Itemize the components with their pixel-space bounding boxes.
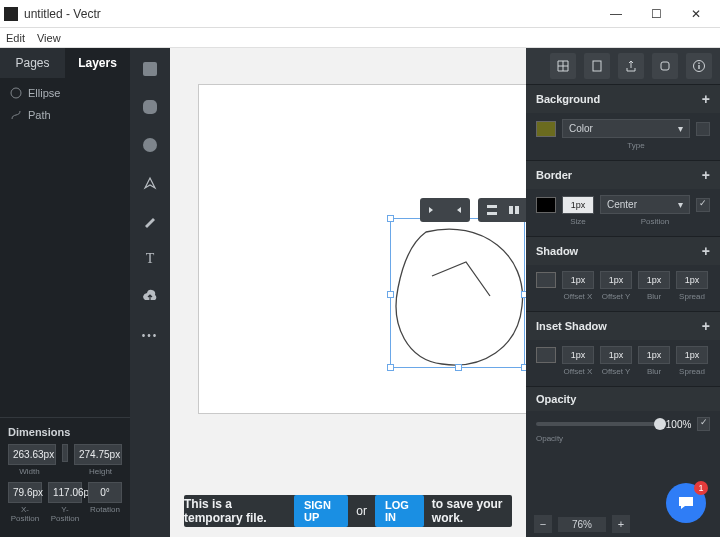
tab-pages[interactable]: Pages xyxy=(0,48,65,78)
tool-ellipse[interactable] xyxy=(139,134,161,156)
border-size-label: Size xyxy=(562,217,594,226)
inset-offset-y-input[interactable]: 1px xyxy=(600,346,632,364)
opacity-slider[interactable] xyxy=(536,422,660,426)
opacity-label: Opacity xyxy=(536,434,563,443)
shadow-blur-input[interactable]: 1px xyxy=(638,271,670,289)
layer-name: Ellipse xyxy=(28,87,60,99)
dimensions-heading: Dimensions xyxy=(8,426,122,438)
window-maximize-button[interactable]: ☐ xyxy=(636,1,676,27)
info-icon[interactable] xyxy=(686,53,712,79)
tool-rounded-rectangle[interactable] xyxy=(139,96,161,118)
x-position-input[interactable]: 79.6px xyxy=(8,482,42,503)
height-input[interactable]: 274.75px xyxy=(74,444,122,465)
section-inset-shadow: Inset Shadow + 1px 1px 1px 1px Offset X … xyxy=(526,311,720,386)
tool-rectangle[interactable] xyxy=(139,58,161,80)
chat-button[interactable]: 1 xyxy=(666,483,706,523)
app-icon xyxy=(4,7,18,21)
border-swatch[interactable] xyxy=(536,197,556,213)
selection-handle-w[interactable] xyxy=(387,291,394,298)
selection-handle-e[interactable] xyxy=(521,291,526,298)
shadow-add-icon[interactable]: + xyxy=(702,243,710,259)
inset-label-spread: Spread xyxy=(676,367,708,376)
window-minimize-button[interactable]: — xyxy=(596,1,636,27)
selection-handle-se[interactable] xyxy=(521,364,526,371)
inset-shadow-add-icon[interactable]: + xyxy=(702,318,710,334)
right-panel: Background + Color▾ Type Border + 1 xyxy=(526,48,720,537)
ctx-arrange-icon[interactable] xyxy=(484,202,500,218)
zoom-value[interactable]: 76% xyxy=(558,517,606,532)
section-opacity: Opacity 100% Opacity xyxy=(526,386,720,453)
banner-text-post: to save your work. xyxy=(432,497,512,525)
ctx-align-icon[interactable] xyxy=(506,202,522,218)
y-position-input[interactable]: 117.06px xyxy=(48,482,82,503)
background-enable-checkbox[interactable] xyxy=(696,122,710,136)
border-enable-checkbox[interactable] xyxy=(696,198,710,212)
layer-ellipse-icon xyxy=(10,87,22,99)
rotation-input[interactable]: 0° xyxy=(88,482,122,503)
zoom-in-button[interactable]: + xyxy=(612,515,630,533)
svg-rect-6 xyxy=(509,206,513,214)
layer-item[interactable]: Path xyxy=(0,104,130,126)
layer-path-icon xyxy=(10,109,22,121)
tool-more[interactable]: ••• xyxy=(139,324,161,346)
pages-icon[interactable] xyxy=(584,53,610,79)
opacity-enable-checkbox[interactable] xyxy=(697,417,710,431)
svg-rect-8 xyxy=(593,61,601,71)
y-label: Y-Position xyxy=(48,505,82,523)
border-add-icon[interactable]: + xyxy=(702,167,710,183)
menu-bar: Edit View xyxy=(0,28,720,48)
shadow-offset-y-input[interactable]: 1px xyxy=(600,271,632,289)
window-close-button[interactable]: ✕ xyxy=(676,1,716,27)
background-type-label: Type xyxy=(562,141,710,150)
opacity-value: 100% xyxy=(666,419,692,430)
shadow-swatch[interactable] xyxy=(536,272,556,288)
svg-rect-2 xyxy=(143,100,157,114)
canvas-area[interactable]: This is a temporary file. SIGN UP or LOG… xyxy=(170,48,526,537)
background-swatch[interactable] xyxy=(536,121,556,137)
border-position-select[interactable]: Center▾ xyxy=(600,195,690,214)
inset-blur-input[interactable]: 1px xyxy=(638,346,670,364)
tool-upload[interactable] xyxy=(139,286,161,308)
left-tabs: Pages Layers xyxy=(0,48,130,78)
export-icon[interactable] xyxy=(618,53,644,79)
shadow-label-oy: Offset Y xyxy=(600,292,632,301)
shadow-title: Shadow xyxy=(536,245,578,257)
tool-text[interactable]: T xyxy=(139,248,161,270)
shadow-label-blur: Blur xyxy=(638,292,670,301)
ctx-flip-horizontal-icon[interactable] xyxy=(426,202,442,218)
grid-icon[interactable] xyxy=(550,53,576,79)
link-icon[interactable] xyxy=(652,53,678,79)
selection-bbox[interactable] xyxy=(390,218,525,368)
width-input[interactable]: 263.63px xyxy=(8,444,56,465)
shadow-spread-input[interactable]: 1px xyxy=(676,271,708,289)
layer-item[interactable]: Ellipse xyxy=(0,82,130,104)
inset-offset-x-input[interactable]: 1px xyxy=(562,346,594,364)
selection-handle-nw[interactable] xyxy=(387,215,394,222)
tab-layers[interactable]: Layers xyxy=(65,48,130,78)
background-type-select[interactable]: Color▾ xyxy=(562,119,690,138)
inset-shadow-swatch[interactable] xyxy=(536,347,556,363)
svg-point-0 xyxy=(11,88,21,98)
svg-rect-7 xyxy=(515,206,519,214)
inset-spread-input[interactable]: 1px xyxy=(676,346,708,364)
ctx-flip-vertical-icon[interactable] xyxy=(448,202,464,218)
border-title: Border xyxy=(536,169,572,181)
menu-view[interactable]: View xyxy=(37,32,61,44)
menu-edit[interactable]: Edit xyxy=(6,32,25,44)
signup-button[interactable]: SIGN UP xyxy=(294,495,348,527)
zoom-out-button[interactable]: − xyxy=(534,515,552,533)
left-panel: Pages Layers Ellipse Path Dimensions 263… xyxy=(0,48,130,537)
opacity-title: Opacity xyxy=(536,393,576,405)
background-add-icon[interactable]: + xyxy=(702,91,710,107)
window-title: untitled - Vectr xyxy=(24,7,596,21)
selection-handle-sw[interactable] xyxy=(387,364,394,371)
selection-handle-s[interactable] xyxy=(455,364,462,371)
tool-pencil[interactable] xyxy=(139,210,161,232)
shadow-offset-x-input[interactable]: 1px xyxy=(562,271,594,289)
inset-shadow-title: Inset Shadow xyxy=(536,320,607,332)
border-size-input[interactable]: 1px xyxy=(562,196,594,214)
aspect-lock[interactable] xyxy=(62,444,68,462)
svg-rect-4 xyxy=(487,205,497,208)
tool-pen[interactable] xyxy=(139,172,161,194)
login-button[interactable]: LOG IN xyxy=(375,495,424,527)
